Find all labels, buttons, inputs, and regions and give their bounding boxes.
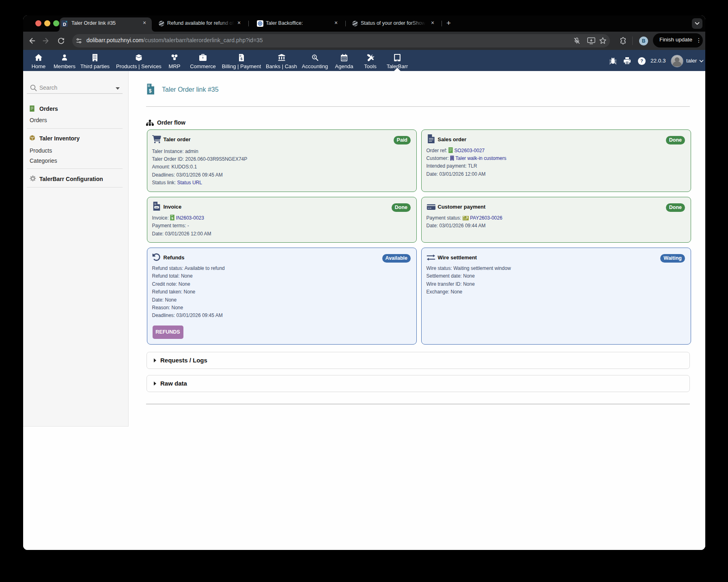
svg-text:$: $ [240, 57, 242, 61]
svg-text:$: $ [466, 216, 468, 219]
svg-text:$: $ [149, 88, 152, 94]
svg-text:$: $ [172, 216, 174, 220]
svg-text:$: $ [314, 56, 315, 58]
svg-text:?: ? [640, 58, 643, 63]
